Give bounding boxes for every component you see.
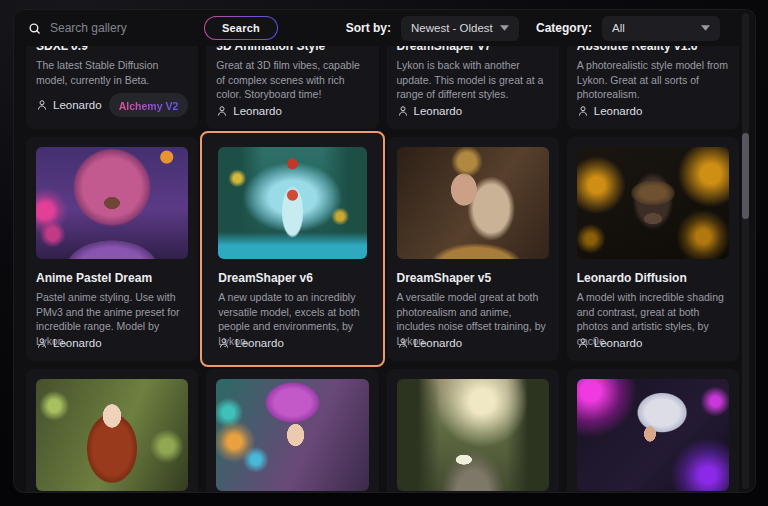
model-author: Leonardo [594,337,643,349]
search-button[interactable]: Search [204,16,278,40]
user-icon [36,99,48,111]
user-icon [397,337,409,349]
purple-hair-portrait-thumbnail [216,379,368,491]
model-author: Leonardo [53,99,102,111]
model-title: SDXL 0.9 [36,46,188,53]
model-card-row3-2[interactable] [206,369,378,492]
user-icon [216,105,228,117]
search-field[interactable] [28,21,188,35]
model-description: Lykon is back with another update. This … [397,58,549,102]
card-footer: Leonardo [216,105,368,117]
anime-pastel-dream-thumbnail [36,147,188,259]
card-footer: Leonardo [36,337,188,349]
model-title: DreamShaper v5 [397,271,549,285]
card-footer: Leonardo [397,337,549,349]
user-icon [577,105,589,117]
model-card-absolute-reality[interactable]: Absolute Reality v1.6 A photorealistic s… [567,46,739,129]
model-card-anime-pastel-dream[interactable]: Anime Pastel Dream Pastel anime styling.… [26,137,198,361]
chevron-down-icon [701,25,710,31]
model-card-dreamshaper-v7[interactable]: DreamShaper v7 Lykon is back with anothe… [387,46,559,129]
alchemy-badge-label: Alchemy V2 [119,100,179,112]
model-card-row3-4[interactable] [567,369,739,492]
model-card-dreamshaper-v5[interactable]: DreamShaper v5 A versatile model great a… [387,137,559,361]
model-description: The latest Stable Diffusion model, curre… [36,58,188,87]
model-author: Leonardo [414,105,463,117]
scrollbar-thumb[interactable] [742,133,749,219]
model-card-3d-animation[interactable]: 3D Animation Style Great at 3D film vibe… [206,46,378,129]
user-icon [577,337,589,349]
model-title: Anime Pastel Dream [36,271,188,285]
white-hair-warrior-thumbnail [577,379,729,491]
user-icon [218,337,230,349]
category-dropdown-value: All [612,22,625,34]
dreamshaper-v6-thumbnail [218,147,366,259]
card-footer: Leonardo Alchemy V2 [36,93,188,117]
card-footer: Leonardo [577,105,729,117]
search-icon [28,22,41,35]
sort-dropdown-value: Newest - Oldest [411,22,493,34]
card-footer: Leonardo [218,337,366,349]
model-card-row3-1[interactable] [26,369,198,492]
user-icon [397,105,409,117]
search-input[interactable] [50,21,170,35]
gallery-panel: Search Sort by: Newest - Oldest Category… [14,10,755,492]
model-description: Great at 3D film vibes, capable of compl… [216,58,368,102]
alchemy-badge: Alchemy V2 [109,93,189,117]
gallery-toolbar: Search Sort by: Newest - Oldest Category… [14,10,755,46]
card-footer: Leonardo [397,105,549,117]
model-card-row3-3[interactable] [387,369,559,492]
sort-dropdown[interactable]: Newest - Oldest [401,16,519,41]
model-author: Leonardo [594,105,643,117]
category-dropdown[interactable]: All [602,16,720,41]
model-author: Leonardo [233,105,282,117]
vertical-scrollbar[interactable] [742,13,749,489]
vintage-car-road-thumbnail [397,379,549,491]
model-title: Absolute Reality v1.6 [577,46,729,53]
model-title: 3D Animation Style [216,46,368,53]
model-author: Leonardo [414,337,463,349]
card-footer: Leonardo [577,337,729,349]
model-title: Leonardo Diffusion [577,271,729,285]
dreamshaper-v5-thumbnail [397,147,549,259]
model-title: DreamShaper v6 [218,271,366,285]
model-author: Leonardo [235,337,284,349]
model-description: A photorealistic style model from Lykon.… [577,58,729,102]
model-card-dreamshaper-v6-selected[interactable]: DreamShaper v6 A new update to an incred… [200,131,384,367]
redhead-portrait-thumbnail [36,379,188,491]
leonardo-diffusion-thumbnail [577,147,729,259]
user-icon [36,337,48,349]
chevron-down-icon [500,25,509,31]
model-author: Leonardo [53,337,102,349]
model-card-leonardo-diffusion[interactable]: Leonardo Diffusion A model with incredib… [567,137,739,361]
model-title: DreamShaper v7 [397,46,549,53]
category-label: Category: [536,21,592,35]
sort-by-label: Sort by: [346,21,391,35]
model-grid: SDXL 0.9 The latest Stable Diffusion mod… [26,46,739,492]
gallery-viewport: SDXL 0.9 The latest Stable Diffusion mod… [14,46,755,492]
model-card-sdxl[interactable]: SDXL 0.9 The latest Stable Diffusion mod… [26,46,198,129]
